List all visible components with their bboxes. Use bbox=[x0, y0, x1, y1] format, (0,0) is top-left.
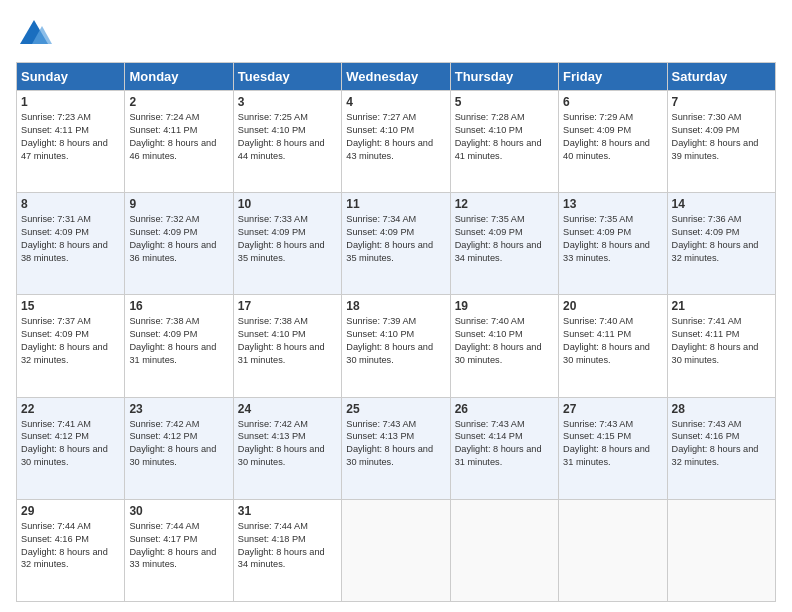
day-number: 11 bbox=[346, 197, 445, 211]
cell-details: Sunrise: 7:41 AM Sunset: 4:11 PM Dayligh… bbox=[672, 316, 759, 365]
cell-details: Sunrise: 7:33 AM Sunset: 4:09 PM Dayligh… bbox=[238, 214, 325, 263]
day-number: 16 bbox=[129, 299, 228, 313]
calendar-cell: 27Sunrise: 7:43 AM Sunset: 4:15 PM Dayli… bbox=[559, 397, 667, 499]
calendar-cell: 14Sunrise: 7:36 AM Sunset: 4:09 PM Dayli… bbox=[667, 193, 775, 295]
day-number: 6 bbox=[563, 95, 662, 109]
day-number: 4 bbox=[346, 95, 445, 109]
weekday-header-friday: Friday bbox=[559, 63, 667, 91]
day-number: 19 bbox=[455, 299, 554, 313]
day-number: 27 bbox=[563, 402, 662, 416]
day-number: 2 bbox=[129, 95, 228, 109]
day-number: 18 bbox=[346, 299, 445, 313]
calendar-cell: 16Sunrise: 7:38 AM Sunset: 4:09 PM Dayli… bbox=[125, 295, 233, 397]
day-number: 10 bbox=[238, 197, 337, 211]
calendar-cell: 26Sunrise: 7:43 AM Sunset: 4:14 PM Dayli… bbox=[450, 397, 558, 499]
weekday-header-thursday: Thursday bbox=[450, 63, 558, 91]
calendar-cell bbox=[559, 499, 667, 601]
calendar-week-2: 8Sunrise: 7:31 AM Sunset: 4:09 PM Daylig… bbox=[17, 193, 776, 295]
calendar-cell: 3Sunrise: 7:25 AM Sunset: 4:10 PM Daylig… bbox=[233, 91, 341, 193]
day-number: 8 bbox=[21, 197, 120, 211]
cell-details: Sunrise: 7:38 AM Sunset: 4:10 PM Dayligh… bbox=[238, 316, 325, 365]
calendar-cell: 13Sunrise: 7:35 AM Sunset: 4:09 PM Dayli… bbox=[559, 193, 667, 295]
day-number: 15 bbox=[21, 299, 120, 313]
cell-details: Sunrise: 7:35 AM Sunset: 4:09 PM Dayligh… bbox=[563, 214, 650, 263]
cell-details: Sunrise: 7:28 AM Sunset: 4:10 PM Dayligh… bbox=[455, 112, 542, 161]
calendar-cell: 8Sunrise: 7:31 AM Sunset: 4:09 PM Daylig… bbox=[17, 193, 125, 295]
calendar-cell: 9Sunrise: 7:32 AM Sunset: 4:09 PM Daylig… bbox=[125, 193, 233, 295]
cell-details: Sunrise: 7:43 AM Sunset: 4:13 PM Dayligh… bbox=[346, 419, 433, 468]
day-number: 14 bbox=[672, 197, 771, 211]
cell-details: Sunrise: 7:32 AM Sunset: 4:09 PM Dayligh… bbox=[129, 214, 216, 263]
cell-details: Sunrise: 7:24 AM Sunset: 4:11 PM Dayligh… bbox=[129, 112, 216, 161]
calendar-cell: 2Sunrise: 7:24 AM Sunset: 4:11 PM Daylig… bbox=[125, 91, 233, 193]
cell-details: Sunrise: 7:42 AM Sunset: 4:13 PM Dayligh… bbox=[238, 419, 325, 468]
calendar-cell: 11Sunrise: 7:34 AM Sunset: 4:09 PM Dayli… bbox=[342, 193, 450, 295]
calendar-cell: 29Sunrise: 7:44 AM Sunset: 4:16 PM Dayli… bbox=[17, 499, 125, 601]
cell-details: Sunrise: 7:38 AM Sunset: 4:09 PM Dayligh… bbox=[129, 316, 216, 365]
calendar-cell: 22Sunrise: 7:41 AM Sunset: 4:12 PM Dayli… bbox=[17, 397, 125, 499]
calendar-cell: 7Sunrise: 7:30 AM Sunset: 4:09 PM Daylig… bbox=[667, 91, 775, 193]
day-number: 7 bbox=[672, 95, 771, 109]
day-number: 26 bbox=[455, 402, 554, 416]
day-number: 22 bbox=[21, 402, 120, 416]
cell-details: Sunrise: 7:44 AM Sunset: 4:17 PM Dayligh… bbox=[129, 521, 216, 570]
cell-details: Sunrise: 7:43 AM Sunset: 4:14 PM Dayligh… bbox=[455, 419, 542, 468]
calendar-cell: 6Sunrise: 7:29 AM Sunset: 4:09 PM Daylig… bbox=[559, 91, 667, 193]
calendar-header: SundayMondayTuesdayWednesdayThursdayFrid… bbox=[17, 63, 776, 91]
cell-details: Sunrise: 7:39 AM Sunset: 4:10 PM Dayligh… bbox=[346, 316, 433, 365]
calendar-cell: 19Sunrise: 7:40 AM Sunset: 4:10 PM Dayli… bbox=[450, 295, 558, 397]
calendar-cell: 25Sunrise: 7:43 AM Sunset: 4:13 PM Dayli… bbox=[342, 397, 450, 499]
weekday-header-tuesday: Tuesday bbox=[233, 63, 341, 91]
calendar-week-4: 22Sunrise: 7:41 AM Sunset: 4:12 PM Dayli… bbox=[17, 397, 776, 499]
calendar-cell: 31Sunrise: 7:44 AM Sunset: 4:18 PM Dayli… bbox=[233, 499, 341, 601]
calendar-week-5: 29Sunrise: 7:44 AM Sunset: 4:16 PM Dayli… bbox=[17, 499, 776, 601]
cell-details: Sunrise: 7:30 AM Sunset: 4:09 PM Dayligh… bbox=[672, 112, 759, 161]
calendar-cell: 5Sunrise: 7:28 AM Sunset: 4:10 PM Daylig… bbox=[450, 91, 558, 193]
day-number: 13 bbox=[563, 197, 662, 211]
cell-details: Sunrise: 7:31 AM Sunset: 4:09 PM Dayligh… bbox=[21, 214, 108, 263]
day-number: 21 bbox=[672, 299, 771, 313]
cell-details: Sunrise: 7:43 AM Sunset: 4:16 PM Dayligh… bbox=[672, 419, 759, 468]
weekday-header-wednesday: Wednesday bbox=[342, 63, 450, 91]
calendar-cell bbox=[342, 499, 450, 601]
day-number: 9 bbox=[129, 197, 228, 211]
header bbox=[16, 16, 776, 52]
cell-details: Sunrise: 7:43 AM Sunset: 4:15 PM Dayligh… bbox=[563, 419, 650, 468]
calendar-week-3: 15Sunrise: 7:37 AM Sunset: 4:09 PM Dayli… bbox=[17, 295, 776, 397]
cell-details: Sunrise: 7:42 AM Sunset: 4:12 PM Dayligh… bbox=[129, 419, 216, 468]
calendar-cell: 28Sunrise: 7:43 AM Sunset: 4:16 PM Dayli… bbox=[667, 397, 775, 499]
calendar-table: SundayMondayTuesdayWednesdayThursdayFrid… bbox=[16, 62, 776, 602]
cell-details: Sunrise: 7:35 AM Sunset: 4:09 PM Dayligh… bbox=[455, 214, 542, 263]
day-number: 23 bbox=[129, 402, 228, 416]
logo bbox=[16, 16, 56, 52]
weekday-row: SundayMondayTuesdayWednesdayThursdayFrid… bbox=[17, 63, 776, 91]
calendar-cell: 15Sunrise: 7:37 AM Sunset: 4:09 PM Dayli… bbox=[17, 295, 125, 397]
cell-details: Sunrise: 7:44 AM Sunset: 4:16 PM Dayligh… bbox=[21, 521, 108, 570]
weekday-header-sunday: Sunday bbox=[17, 63, 125, 91]
day-number: 1 bbox=[21, 95, 120, 109]
calendar-cell bbox=[667, 499, 775, 601]
day-number: 25 bbox=[346, 402, 445, 416]
cell-details: Sunrise: 7:37 AM Sunset: 4:09 PM Dayligh… bbox=[21, 316, 108, 365]
day-number: 17 bbox=[238, 299, 337, 313]
calendar-cell: 18Sunrise: 7:39 AM Sunset: 4:10 PM Dayli… bbox=[342, 295, 450, 397]
calendar-cell: 4Sunrise: 7:27 AM Sunset: 4:10 PM Daylig… bbox=[342, 91, 450, 193]
cell-details: Sunrise: 7:40 AM Sunset: 4:10 PM Dayligh… bbox=[455, 316, 542, 365]
cell-details: Sunrise: 7:25 AM Sunset: 4:10 PM Dayligh… bbox=[238, 112, 325, 161]
cell-details: Sunrise: 7:27 AM Sunset: 4:10 PM Dayligh… bbox=[346, 112, 433, 161]
calendar-cell: 24Sunrise: 7:42 AM Sunset: 4:13 PM Dayli… bbox=[233, 397, 341, 499]
day-number: 24 bbox=[238, 402, 337, 416]
cell-details: Sunrise: 7:44 AM Sunset: 4:18 PM Dayligh… bbox=[238, 521, 325, 570]
day-number: 31 bbox=[238, 504, 337, 518]
day-number: 3 bbox=[238, 95, 337, 109]
calendar-cell: 20Sunrise: 7:40 AM Sunset: 4:11 PM Dayli… bbox=[559, 295, 667, 397]
calendar-cell: 17Sunrise: 7:38 AM Sunset: 4:10 PM Dayli… bbox=[233, 295, 341, 397]
cell-details: Sunrise: 7:36 AM Sunset: 4:09 PM Dayligh… bbox=[672, 214, 759, 263]
day-number: 5 bbox=[455, 95, 554, 109]
calendar-cell: 30Sunrise: 7:44 AM Sunset: 4:17 PM Dayli… bbox=[125, 499, 233, 601]
day-number: 30 bbox=[129, 504, 228, 518]
calendar-cell: 10Sunrise: 7:33 AM Sunset: 4:09 PM Dayli… bbox=[233, 193, 341, 295]
calendar-body: 1Sunrise: 7:23 AM Sunset: 4:11 PM Daylig… bbox=[17, 91, 776, 602]
calendar-cell: 12Sunrise: 7:35 AM Sunset: 4:09 PM Dayli… bbox=[450, 193, 558, 295]
day-number: 20 bbox=[563, 299, 662, 313]
